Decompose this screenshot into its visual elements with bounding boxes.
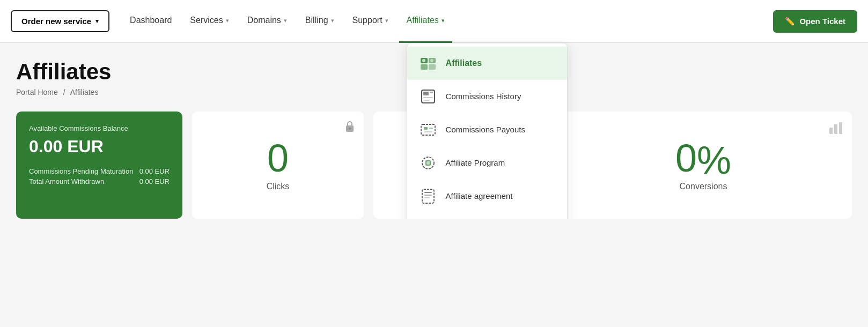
svg-rect-20 bbox=[424, 195, 432, 196]
dropdown-item-affiliate-agreement[interactable]: Affiliate agreement bbox=[407, 180, 567, 213]
dropdown-item-affiliates[interactable]: Affiliates bbox=[407, 47, 567, 80]
svg-point-5 bbox=[430, 59, 433, 62]
dropdown-item-affiliate-assets[interactable]: Affiliate assets bbox=[407, 213, 567, 219]
affiliates-icon bbox=[418, 53, 438, 73]
balance-value: 0.00 EUR bbox=[29, 137, 170, 157]
svg-rect-14 bbox=[424, 131, 432, 132]
svg-rect-11 bbox=[421, 124, 435, 135]
svg-rect-19 bbox=[424, 192, 432, 193]
header: Order new service ▾ Dashboard Services ▾… bbox=[0, 0, 868, 43]
affiliates-chevron-icon: ▾ bbox=[442, 17, 445, 24]
affiliate-agreement-icon bbox=[418, 186, 438, 206]
conversions-pct: % bbox=[697, 141, 731, 180]
clicks-card: 0 Clicks bbox=[192, 112, 364, 219]
conversions-card: 0 % Conversions bbox=[555, 112, 852, 219]
dropdown-commissions-history-label: Commissions History bbox=[446, 92, 521, 101]
order-new-service-label: Order new service bbox=[21, 17, 91, 26]
svg-rect-13 bbox=[429, 128, 433, 129]
domains-chevron-icon: ▾ bbox=[284, 17, 287, 24]
breadcrumb-separator: / bbox=[63, 88, 65, 96]
svg-rect-3 bbox=[429, 64, 436, 70]
balance-card: Available Commissions Balance 0.00 EUR C… bbox=[16, 112, 182, 219]
support-chevron-icon: ▾ bbox=[385, 17, 388, 24]
svg-rect-12 bbox=[424, 127, 428, 130]
svg-rect-7 bbox=[423, 92, 429, 95]
withdrawn-label: Total Amount Withdrawn bbox=[29, 177, 104, 185]
svg-rect-27 bbox=[829, 128, 833, 134]
breadcrumb-current: Affiliates bbox=[70, 88, 99, 96]
nav-item-services[interactable]: Services ▾ bbox=[182, 0, 236, 43]
svg-rect-9 bbox=[423, 97, 433, 98]
nav-item-billing[interactable]: Billing ▾ bbox=[298, 0, 342, 43]
order-new-service-button[interactable]: Order new service ▾ bbox=[11, 10, 109, 32]
conversions-stat: 0 % bbox=[675, 139, 731, 182]
clicks-label: Clicks bbox=[267, 182, 290, 191]
svg-rect-2 bbox=[421, 64, 428, 70]
svg-rect-28 bbox=[834, 124, 837, 134]
svg-point-26 bbox=[349, 128, 351, 130]
affiliate-program-icon bbox=[418, 153, 438, 173]
commissions-payouts-icon bbox=[418, 120, 438, 140]
conversions-value: 0 bbox=[675, 139, 697, 177]
conversions-label: Conversions bbox=[680, 182, 727, 191]
svg-rect-10 bbox=[423, 100, 430, 101]
dropdown-affiliates-label: Affiliates bbox=[446, 58, 482, 68]
clicks-value: 0 bbox=[267, 139, 289, 177]
order-chevron-icon: ▾ bbox=[95, 18, 99, 25]
balance-label: Available Commissions Balance bbox=[29, 124, 170, 132]
svg-rect-29 bbox=[839, 122, 842, 134]
nav-item-support[interactable]: Support ▾ bbox=[345, 0, 396, 43]
svg-rect-21 bbox=[424, 197, 430, 198]
svg-rect-18 bbox=[422, 189, 434, 203]
dropdown-affiliate-agreement-label: Affiliate agreement bbox=[446, 191, 513, 200]
pending-label: Commissions Pending Maturation bbox=[29, 167, 133, 175]
main-nav: Dashboard Services ▾ Domains ▾ Billing ▾… bbox=[122, 0, 773, 43]
nav-item-affiliates[interactable]: Affiliates ▾ Affiliat bbox=[399, 0, 452, 43]
commissions-history-icon bbox=[418, 86, 438, 107]
dropdown-commissions-payouts-label: Commissions Payouts bbox=[446, 125, 525, 134]
pending-row: Commissions Pending Maturation 0.00 EUR bbox=[29, 167, 170, 175]
dropdown-item-affiliate-program[interactable]: Affiliate Program bbox=[407, 146, 567, 180]
dropdown-item-commissions-payouts[interactable]: Commissions Payouts bbox=[407, 113, 567, 146]
services-chevron-icon: ▾ bbox=[226, 17, 229, 24]
dropdown-item-commissions-history[interactable]: Commissions History bbox=[407, 80, 567, 113]
billing-chevron-icon: ▾ bbox=[331, 17, 334, 24]
nav-item-domains[interactable]: Domains ▾ bbox=[240, 0, 295, 43]
svg-rect-8 bbox=[430, 92, 433, 93]
svg-point-4 bbox=[422, 59, 425, 62]
svg-rect-17 bbox=[426, 161, 430, 165]
affiliates-dropdown: Affiliates Commissions History bbox=[407, 43, 568, 219]
withdrawn-row: Total Amount Withdrawn 0.00 EUR bbox=[29, 177, 170, 185]
pencil-icon: ✏️ bbox=[785, 17, 795, 26]
breadcrumb-home[interactable]: Portal Home bbox=[16, 88, 58, 96]
pending-value: 0.00 EUR bbox=[139, 167, 170, 175]
withdrawn-value: 0.00 EUR bbox=[139, 177, 170, 185]
lock-icon bbox=[344, 120, 355, 133]
nav-item-dashboard[interactable]: Dashboard bbox=[122, 0, 179, 43]
bar-chart-icon bbox=[828, 120, 843, 135]
dropdown-affiliate-program-label: Affiliate Program bbox=[446, 158, 505, 167]
open-ticket-button[interactable]: ✏️ Open Ticket bbox=[773, 10, 857, 33]
